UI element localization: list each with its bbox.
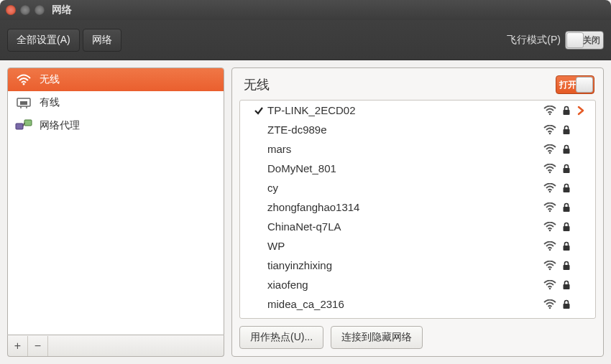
airplane-mode-toggle[interactable]: 关闭: [565, 31, 604, 50]
wifi-toggle[interactable]: 打开: [556, 75, 594, 94]
wifi-signal-icon: [543, 183, 556, 193]
main-footer: 用作热点(U)... 连接到隐藏网络: [239, 326, 596, 349]
svg-rect-19: [564, 207, 570, 212]
network-list[interactable]: TP-LINK_2ECD02ZTE-dc989emarsDoMyNet_801c…: [239, 100, 596, 319]
connected-check-icon: [250, 106, 267, 116]
wifi-signal-icon: [543, 261, 556, 271]
lock-icon: [562, 183, 571, 193]
all-settings-button[interactable]: 全部设置(A): [7, 29, 80, 52]
network-row[interactable]: DoMyNet_801: [240, 159, 595, 178]
wifi-signal-icon: [543, 222, 556, 232]
svg-rect-9: [564, 110, 570, 115]
sidebar-item-wireless[interactable]: 无线: [8, 68, 224, 91]
page-title: 无线: [244, 76, 556, 93]
network-row[interactable]: zhongfanghao1314: [240, 197, 595, 217]
network-row[interactable]: TP-LINK_2ECD02: [240, 101, 595, 120]
sidebar-item-proxy[interactable]: 网络代理: [8, 114, 224, 137]
lock-icon: [562, 125, 571, 135]
wifi-signal-icon: [543, 299, 556, 309]
svg-rect-5: [16, 123, 23, 129]
network-ssid: ChinaNet-q7LA: [267, 220, 543, 233]
airplane-mode-label: 飞行模式(P): [507, 34, 561, 47]
lock-icon: [562, 261, 571, 271]
svg-rect-17: [564, 187, 570, 192]
svg-point-20: [549, 229, 551, 231]
svg-line-7: [23, 123, 24, 126]
network-ssid: TP-LINK_2ECD02: [267, 104, 543, 116]
wifi-signal-icon: [543, 202, 556, 213]
airplane-mode-state: 关闭: [583, 34, 600, 47]
svg-point-18: [549, 210, 551, 212]
svg-point-8: [549, 113, 551, 115]
lock-icon: [562, 144, 571, 154]
lock-icon: [562, 106, 571, 116]
svg-rect-11: [564, 129, 570, 134]
titlebar: 网络: [0, 0, 611, 20]
network-ssid: cy: [267, 182, 543, 194]
network-row[interactable]: cy: [240, 178, 595, 197]
sidebar-item-label: 无线: [40, 73, 60, 86]
network-row[interactable]: ZTE-dc989e: [240, 120, 595, 139]
network-row[interactable]: midea_ca_2316: [240, 294, 595, 314]
svg-point-16: [549, 190, 551, 192]
toolbar: 全部设置(A) 网络 飞行模式(P) 关闭: [0, 20, 611, 60]
remove-connection-button[interactable]: −: [28, 336, 48, 356]
sidebar-item-wired[interactable]: 有线: [8, 91, 224, 114]
sidebar: 无线有线网络代理 + −: [7, 67, 224, 357]
lock-icon: [562, 299, 571, 309]
svg-rect-2: [20, 101, 27, 105]
svg-point-26: [549, 287, 551, 289]
svg-point-12: [549, 151, 551, 154]
network-breadcrumb-button[interactable]: 网络: [83, 29, 121, 52]
main-panel: 无线 打开 TP-LINK_2ECD02ZTE-dc989emarsDoMyNe…: [231, 67, 604, 357]
svg-point-0: [23, 83, 25, 85]
network-ssid: DoMyNet_801: [267, 162, 543, 174]
wifi-signal-icon: [543, 125, 556, 135]
svg-rect-21: [564, 226, 570, 231]
ethernet-icon: [15, 95, 32, 110]
details-arrow-icon[interactable]: [574, 106, 588, 116]
sidebar-footer: + −: [7, 335, 224, 357]
add-connection-button[interactable]: +: [8, 336, 28, 356]
network-row[interactable]: tianyinzhixing: [240, 256, 595, 275]
svg-rect-27: [564, 284, 570, 289]
network-row[interactable]: xiaofeng: [240, 275, 595, 294]
wifi-signal-icon: [543, 241, 556, 251]
minimize-icon[interactable]: [20, 5, 30, 15]
svg-rect-23: [564, 246, 570, 251]
content: 无线有线网络代理 + − 无线 打开 TP-LINK_2ECD02ZTE-dc9…: [0, 60, 611, 364]
close-icon[interactable]: [6, 5, 16, 15]
svg-point-28: [549, 307, 551, 309]
lock-icon: [562, 164, 571, 174]
network-ssid: tianyinzhixing: [267, 259, 543, 271]
wifi-signal-icon: [543, 280, 556, 290]
wifi-signal-icon: [543, 164, 556, 174]
network-row[interactable]: WP: [240, 236, 595, 256]
lock-icon: [562, 241, 571, 251]
lock-icon: [562, 280, 571, 290]
main-header: 无线 打开: [239, 74, 596, 100]
svg-rect-6: [24, 120, 32, 126]
wifi-signal-icon: [543, 106, 556, 116]
svg-rect-13: [564, 149, 570, 154]
connect-hidden-button[interactable]: 连接到隐藏网络: [331, 326, 423, 349]
sidebar-item-label: 网络代理: [40, 119, 80, 132]
svg-rect-29: [564, 304, 570, 309]
use-as-hotspot-button[interactable]: 用作热点(U)...: [239, 326, 323, 349]
svg-point-14: [549, 171, 551, 173]
network-ssid: WP: [267, 240, 543, 252]
wifi-state: 打开: [559, 79, 576, 91]
svg-point-24: [549, 268, 551, 270]
network-ssid: zhongfanghao1314: [267, 201, 543, 213]
lock-icon: [562, 202, 571, 213]
network-row[interactable]: ChinaNet-q7LA: [240, 217, 595, 236]
maximize-icon[interactable]: [35, 5, 45, 15]
sidebar-item-label: 有线: [40, 96, 60, 109]
svg-point-10: [549, 132, 551, 134]
svg-rect-15: [564, 168, 570, 173]
network-ssid: xiaofeng: [267, 279, 543, 291]
network-row[interactable]: mars: [240, 139, 595, 159]
wifi-signal-icon: [543, 144, 556, 154]
proxy-icon: [15, 118, 32, 133]
network-ssid: midea_ca_2316: [267, 298, 543, 310]
